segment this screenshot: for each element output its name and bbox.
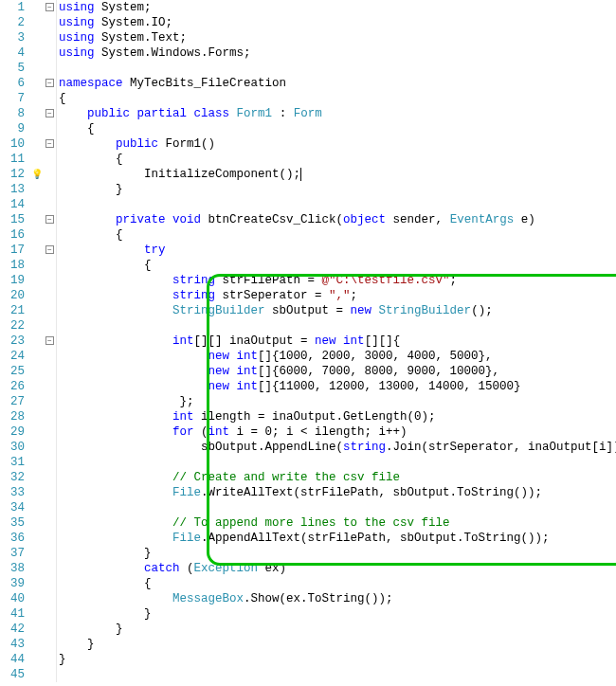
code-line[interactable] — [59, 197, 616, 212]
code-line[interactable]: StringBuilder sbOutput = new StringBuild… — [59, 303, 616, 318]
code-line[interactable] — [59, 667, 616, 682]
fold-slot — [44, 561, 56, 576]
code-line[interactable]: // Create and write the csv file — [59, 470, 616, 485]
marker-slot — [30, 121, 44, 136]
line-number: 26 — [0, 379, 25, 394]
token-plain: { — [59, 259, 152, 272]
marker-slot — [30, 622, 44, 637]
code-line[interactable]: } — [59, 546, 616, 561]
fold-slot — [44, 121, 56, 136]
token-plain: InitializeComponent(); — [59, 168, 300, 181]
token-kw: new — [208, 350, 230, 363]
fold-slot — [44, 273, 56, 288]
fold-slot — [44, 182, 56, 197]
line-number: 1 — [0, 0, 25, 15]
code-line[interactable]: InitializeComponent(); — [59, 167, 616, 182]
fold-slot: − — [44, 136, 56, 152]
code-line[interactable]: sbOutput.AppendLine(string.Join(strSeper… — [59, 440, 616, 455]
code-line[interactable]: { — [59, 227, 616, 243]
token-plain — [336, 334, 344, 348]
token-kw: using — [59, 1, 95, 14]
code-line[interactable]: public Form1() — [59, 136, 616, 152]
fold-slot: − — [44, 76, 56, 91]
token-plain: System.IO; — [95, 16, 173, 29]
line-number: 23 — [0, 334, 25, 349]
fold-slot — [44, 15, 56, 30]
code-line[interactable]: new int[]{6000, 7000, 8000, 9000, 10000}… — [59, 364, 616, 379]
token-kw: using — [59, 31, 95, 45]
code-line[interactable]: catch (Exception ex) — [59, 561, 616, 576]
marker-slot — [30, 379, 44, 394]
code-line[interactable]: } — [59, 637, 616, 652]
code-line[interactable] — [59, 500, 616, 515]
fold-minus-icon[interactable]: − — [45, 109, 54, 117]
token-str: @"C:\testfile.csv" — [322, 274, 450, 287]
token-plain: []{1000, 2000, 3000, 4000, 5000}, — [258, 350, 493, 363]
code-line[interactable] — [59, 318, 616, 334]
code-line[interactable]: private void btnCreateCsv_Click(object s… — [59, 212, 616, 227]
code-line[interactable]: { — [59, 91, 616, 106]
fold-slot — [44, 424, 56, 440]
token-kw: int — [237, 365, 259, 378]
fold-minus-icon[interactable]: − — [45, 245, 54, 254]
fold-minus-icon[interactable]: − — [45, 215, 54, 224]
token-plain: []{11000, 12000, 13000, 14000, 15000} — [258, 380, 521, 393]
code-line[interactable]: File.AppendAllText(strFilePath, sbOutput… — [59, 531, 616, 546]
code-line[interactable]: { — [59, 121, 616, 136]
marker-slot — [30, 440, 44, 455]
fold-slot — [44, 258, 56, 273]
fold-minus-icon[interactable]: − — [45, 79, 54, 87]
code-area[interactable]: using System;using System.IO;using Syste… — [57, 0, 616, 682]
code-line[interactable]: File.WriteAllText(strFilePath, sbOutput.… — [59, 485, 616, 500]
code-line[interactable]: new int[]{1000, 2000, 3000, 4000, 5000}, — [59, 349, 616, 364]
code-line[interactable]: using System.Windows.Forms; — [59, 45, 616, 61]
line-number: 21 — [0, 303, 25, 318]
fold-slot — [44, 152, 56, 167]
code-line[interactable]: { — [59, 576, 616, 591]
token-plain — [59, 380, 208, 393]
code-line[interactable]: try — [59, 243, 616, 258]
code-line[interactable]: string strFilePath = @"C:\testfile.csv"; — [59, 273, 616, 288]
code-line[interactable]: int ilength = inaOutput.GetLength(0); — [59, 409, 616, 424]
code-line[interactable]: namespace MyTecBits_FileCreation — [59, 76, 616, 91]
fold-slot — [44, 30, 56, 45]
code-line[interactable]: } — [59, 652, 616, 667]
fold-minus-icon[interactable]: − — [45, 3, 54, 11]
marker-slot — [30, 500, 44, 515]
lightbulb-icon[interactable]: 💡 — [31, 170, 43, 180]
code-line[interactable]: } — [59, 606, 616, 622]
code-line[interactable]: string strSeperator = ","; — [59, 288, 616, 303]
token-plain: [][]{ — [365, 334, 401, 348]
line-number: 40 — [0, 591, 25, 606]
token-plain: { — [59, 577, 152, 590]
token-plain — [371, 304, 379, 317]
code-line[interactable]: { — [59, 258, 616, 273]
fold-slot — [44, 303, 56, 318]
code-line[interactable]: // To append more lines to the csv file — [59, 515, 616, 531]
fold-minus-icon[interactable]: − — [45, 336, 54, 345]
fold-slot — [44, 167, 56, 182]
fold-minus-icon[interactable]: − — [45, 139, 54, 148]
code-line[interactable]: { — [59, 152, 616, 167]
token-plain: }; — [59, 395, 194, 408]
token-type: File — [172, 532, 201, 545]
code-line[interactable] — [59, 61, 616, 76]
code-line[interactable]: } — [59, 622, 616, 637]
code-line[interactable]: using System; — [59, 0, 616, 15]
token-str: "," — [329, 289, 351, 302]
code-line[interactable]: MessageBox.Show(ex.ToString()); — [59, 591, 616, 606]
marker-slot — [30, 546, 44, 561]
code-editor[interactable]: 1234567891011121314151617181920212223242… — [0, 0, 616, 682]
code-line[interactable]: for (int i = 0; i < ilength; i++) — [59, 424, 616, 440]
code-line[interactable] — [59, 455, 616, 470]
code-line[interactable]: using System.Text; — [59, 30, 616, 45]
line-number: 30 — [0, 440, 25, 455]
code-line[interactable]: using System.IO; — [59, 15, 616, 30]
code-line[interactable]: }; — [59, 394, 616, 409]
code-line[interactable]: int[][] inaOutput = new int[][]{ — [59, 334, 616, 349]
fold-slot — [44, 379, 56, 394]
token-kw: using — [59, 46, 95, 60]
code-line[interactable]: public partial class Form1 : Form — [59, 106, 616, 121]
code-line[interactable]: } — [59, 182, 616, 197]
code-line[interactable]: new int[]{11000, 12000, 13000, 14000, 15… — [59, 379, 616, 394]
